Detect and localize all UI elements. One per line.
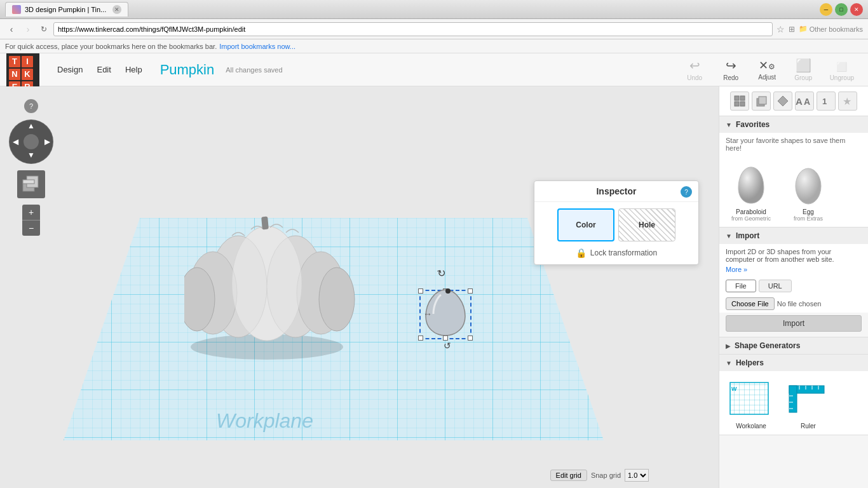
main-area: ? ▲ ▼ ◀ ▶ bbox=[0, 86, 868, 488]
workolane-shape-item[interactable]: W Workolane bbox=[726, 376, 776, 430]
forward-button[interactable]: › bbox=[22, 23, 34, 36]
ruler-svg: mm bbox=[788, 379, 829, 417]
tab-close-button[interactable]: ✕ bbox=[112, 5, 121, 14]
project-name[interactable]: Pumpkin bbox=[160, 62, 215, 78]
egg-name: Egg bbox=[803, 208, 814, 215]
import-arrow: ▼ bbox=[726, 233, 732, 240]
other-bookmarks-button[interactable]: 📁 Other bookmarks bbox=[799, 25, 863, 33]
ungroup-button[interactable]: ⬜ Ungroup bbox=[822, 56, 862, 84]
rotate-handle-bottom[interactable]: ↺ bbox=[444, 341, 451, 351]
grid-view-icon bbox=[734, 95, 745, 107]
navigation-control[interactable]: ▲ ▼ ◀ ▶ bbox=[9, 119, 53, 164]
workolane-svg: W bbox=[729, 379, 773, 417]
helpers-header[interactable]: ▼ Helpers bbox=[719, 355, 868, 371]
favorites-header[interactable]: ▼ Favorites bbox=[719, 116, 868, 133]
right-resize-handle[interactable]: ↔ bbox=[423, 309, 432, 319]
svg-point-20 bbox=[319, 268, 355, 331]
tinkercad-logo: T I N K E R bbox=[6, 53, 39, 86]
svg-point-1 bbox=[24, 134, 39, 149]
svg-point-34 bbox=[796, 168, 821, 204]
number-view-icon: 1 bbox=[820, 95, 832, 107]
menu-design[interactable]: Design bbox=[51, 62, 89, 77]
undo-icon: ↩ bbox=[689, 58, 700, 73]
choose-file-button[interactable]: Choose File bbox=[726, 297, 775, 310]
svg-text:mm: mm bbox=[792, 382, 798, 386]
extensions-button[interactable]: ⊞ bbox=[789, 25, 795, 34]
text-view-icon: A bbox=[803, 95, 813, 107]
shape-generators-header[interactable]: ▶ Shape Generators bbox=[719, 337, 868, 354]
paraboloid-shape-item[interactable]: Paraboloid from Geometric bbox=[726, 162, 776, 222]
snap-grid-control: Edit grid Snap grid 1.0 0.5 2.0 bbox=[550, 469, 649, 482]
edit-grid-button[interactable]: Edit grid bbox=[550, 470, 587, 481]
svg-rect-25 bbox=[740, 96, 745, 100]
import-header[interactable]: ▼ Import bbox=[719, 227, 868, 244]
inspector-help-button[interactable]: ? bbox=[681, 186, 692, 198]
ruler-thumb: mm bbox=[786, 376, 831, 421]
tab-title: 3D design Pumpkin | Tin... bbox=[25, 6, 106, 13]
undo-button[interactable]: ↩ Undo bbox=[677, 55, 712, 84]
refresh-button[interactable]: ↻ bbox=[38, 24, 50, 35]
favorites-shapes-grid: Paraboloid from Geometric bbox=[719, 157, 868, 227]
save-status: All changes saved bbox=[226, 66, 282, 74]
bookmarks-hint-text: For quick access, place your bookmarks h… bbox=[5, 43, 217, 50]
redo-button[interactable]: ↪ Redo bbox=[714, 55, 749, 84]
import-bookmarks-link[interactable]: Import bookmarks now... bbox=[219, 43, 295, 50]
group-button[interactable]: ⬜ Group bbox=[786, 55, 821, 84]
browser-tab[interactable]: 3D design Pumpkin | Tin... ✕ bbox=[5, 2, 128, 17]
address-input[interactable] bbox=[53, 22, 773, 36]
import-more-link[interactable]: More » bbox=[719, 266, 868, 277]
inspector-body: Color Hole 🔒 Lock transformation bbox=[534, 202, 698, 264]
right-panel: A A 1 ★ ▼ bbox=[719, 86, 868, 488]
snap-grid-select[interactable]: 1.0 0.5 2.0 bbox=[625, 469, 649, 482]
grid-view-button[interactable] bbox=[730, 92, 749, 111]
import-file-row: Choose File No file chosen bbox=[719, 295, 868, 313]
shape-generators-arrow: ▶ bbox=[726, 342, 731, 349]
star-view-button[interactable]: ★ bbox=[838, 92, 857, 111]
view-cube-button[interactable] bbox=[17, 170, 45, 198]
svg-rect-8 bbox=[23, 180, 34, 184]
import-url-tab[interactable]: URL bbox=[759, 280, 792, 292]
group-label: Group bbox=[794, 74, 812, 81]
favorites-arrow: ▼ bbox=[726, 121, 732, 128]
close-button[interactable]: ✕ bbox=[850, 3, 863, 16]
adjust-button[interactable]: ✕⚙ Adjust bbox=[750, 56, 785, 83]
shape-view-icon bbox=[777, 95, 789, 107]
favorites-title: Favorites bbox=[736, 120, 770, 129]
bookmark-star-button[interactable]: ☆ bbox=[776, 24, 785, 34]
maximize-button[interactable]: □ bbox=[835, 3, 848, 16]
shape-view-button[interactable] bbox=[773, 92, 792, 111]
ruler-name: Ruler bbox=[801, 423, 816, 430]
favorites-section: ▼ Favorites Star your favorite shapes to… bbox=[719, 116, 868, 227]
undo-label: Undo bbox=[687, 74, 702, 81]
folder-icon: 📁 bbox=[799, 25, 808, 33]
browser-addressbar: ‹ › ↻ ☆ ⊞ 📁 Other bookmarks bbox=[0, 19, 868, 39]
shape-generators-section: ▶ Shape Generators bbox=[719, 337, 868, 355]
help-button[interactable]: ? bbox=[24, 99, 38, 113]
svg-point-23 bbox=[445, 288, 451, 294]
import-file-tab[interactable]: File bbox=[726, 280, 756, 292]
canvas-area[interactable]: ? ▲ ▼ ◀ ▶ bbox=[0, 86, 719, 488]
zoom-out-button[interactable]: − bbox=[22, 220, 40, 236]
back-button[interactable]: ‹ bbox=[5, 23, 18, 36]
zoom-in-button[interactable]: + bbox=[22, 205, 40, 220]
egg-shape-item[interactable]: Egg from Extras bbox=[783, 162, 834, 222]
helpers-shapes-grid: W Workolane bbox=[719, 371, 868, 435]
tab-favicon bbox=[12, 5, 21, 14]
bookmarks-bar: For quick access, place your bookmarks h… bbox=[0, 39, 868, 53]
svg-point-21 bbox=[232, 226, 302, 341]
minimize-button[interactable]: ─ bbox=[820, 3, 832, 16]
menu-help[interactable]: Help bbox=[119, 62, 149, 77]
paraboloid-thumb bbox=[729, 162, 773, 207]
menu-edit[interactable]: Edit bbox=[90, 62, 117, 77]
import-section: ▼ Import Import 2D or 3D shapes from you… bbox=[719, 227, 868, 337]
ruler-shape-item[interactable]: mm Ruler bbox=[783, 376, 834, 430]
color-button[interactable]: Color bbox=[557, 208, 614, 241]
hole-button[interactable]: Hole bbox=[618, 208, 675, 241]
number-view-button[interactable]: 1 bbox=[817, 92, 836, 111]
text-view-button[interactable]: A A bbox=[795, 92, 814, 111]
workolane-name: Workolane bbox=[736, 423, 766, 430]
no-file-text: No file chosen bbox=[777, 300, 822, 308]
import-button[interactable]: Import bbox=[726, 315, 862, 332]
3d-view-button[interactable] bbox=[752, 92, 771, 111]
egg-svg bbox=[792, 164, 824, 205]
